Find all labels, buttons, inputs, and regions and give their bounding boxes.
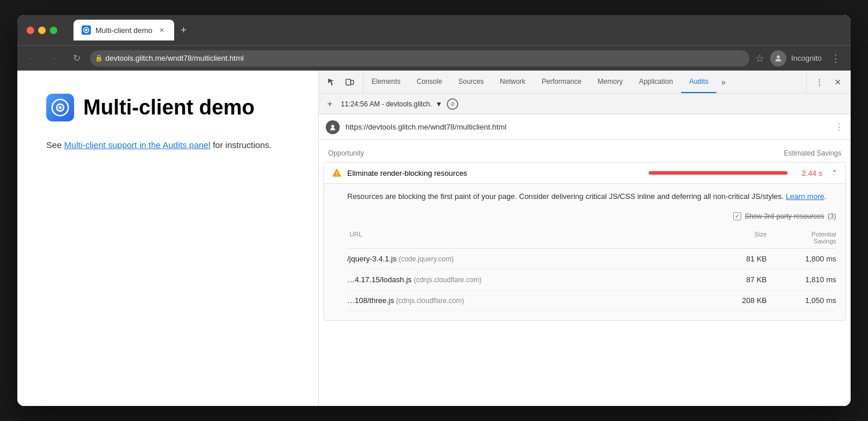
svg-point-8 — [331, 124, 334, 127]
resource-url-main: …4.17.15/lodash.js — [347, 275, 411, 284]
svg-point-5 — [59, 106, 62, 109]
timestamp-dropdown-icon[interactable]: ▼ — [435, 100, 442, 108]
col-url-header: URL — [347, 231, 709, 245]
page-description-before: See — [46, 140, 64, 150]
resource-size-2: 87 KB — [709, 275, 767, 284]
tab-elements[interactable]: Elements — [363, 71, 409, 93]
resource-savings-1: 1,800 ms — [767, 254, 836, 263]
resource-savings-3: 1,050 ms — [767, 296, 836, 305]
resource-url-1: /jquery-3.4.1.js (code.jquery.com) — [347, 254, 709, 263]
audit-description-text: Resources are blocking the first paint o… — [347, 192, 784, 201]
minimize-button[interactable] — [38, 27, 46, 34]
address-bar: ← → ↻ 🔒 ☆ Incognito ⋮ — [17, 45, 851, 71]
audit-savings: 2.44 s — [793, 169, 822, 178]
devtools-panel: Elements Console Sources Network Perform… — [318, 71, 851, 406]
maximize-button[interactable] — [50, 27, 57, 34]
devtools-add-icon[interactable]: + — [323, 98, 336, 110]
audit-item-title: Eliminate render-blocking resources — [347, 169, 643, 178]
svg-rect-6 — [346, 79, 351, 85]
col-savings-header: Potential Savings — [767, 231, 836, 245]
element-picker-icon[interactable] — [323, 74, 340, 90]
audit-collapse-icon[interactable]: ⌃ — [832, 169, 837, 177]
third-party-label: Show 3rd-party resources — [745, 212, 824, 220]
resource-row: …108/three.js (cdnjs.cloudflare.com) 208… — [347, 290, 836, 311]
svg-rect-7 — [351, 80, 354, 84]
resource-row: /jquery-3.4.1.js (code.jquery.com) 81 KB… — [347, 249, 836, 269]
resource-url-domain: (cdnjs.cloudflare.com) — [396, 297, 464, 305]
devtools-clear-button[interactable]: ⊘ — [447, 98, 458, 110]
checkbox-icon: ✓ — [733, 212, 741, 220]
incognito-icon — [770, 50, 786, 67]
audit-item-header[interactable]: ! Eliminate render-blocking resources 2.… — [324, 163, 845, 183]
audits-url-text: https://devtools.glitch.me/wndt78/multic… — [345, 123, 829, 131]
audit-expanded: Resources are blocking the first paint o… — [324, 183, 845, 320]
devtools-actions: ⋮ ✕ — [806, 71, 851, 93]
audit-item: ! Eliminate render-blocking resources 2.… — [323, 162, 846, 321]
timestamp-text: 11:24:56 AM - devtools.glitch. — [341, 100, 432, 108]
opportunity-label: Opportunity — [328, 149, 364, 157]
devtools-timestamp: 11:24:56 AM - devtools.glitch. ▼ — [341, 100, 442, 108]
browser-tab[interactable]: Multi-client demo ✕ — [73, 20, 174, 40]
devtools-tabs: Elements Console Sources Network Perform… — [363, 71, 806, 93]
tab-bar: Multi-client demo ✕ + — [73, 20, 192, 40]
new-tab-button[interactable]: + — [175, 22, 192, 38]
forward-button[interactable]: → — [46, 50, 62, 67]
learn-more-link[interactable]: Learn more — [786, 192, 824, 201]
audit-description: Resources are blocking the first paint o… — [347, 191, 836, 203]
resource-row: …4.17.15/lodash.js (cdnjs.cloudflare.com… — [347, 269, 836, 290]
devtools-address-bar: + 11:24:56 AM - devtools.glitch. ▼ ⊘ — [319, 94, 851, 115]
devtools-icons — [319, 71, 363, 93]
third-party-checkbox[interactable]: ✓ Show 3rd-party resources (3) — [733, 212, 836, 220]
page-logo-icon — [46, 94, 74, 121]
opportunity-header: Opportunity Estimated Savings — [319, 149, 851, 162]
tab-favicon-icon — [82, 25, 91, 35]
title-bar: Multi-client demo ✕ + — [17, 15, 851, 45]
resource-savings-2: 1,810 ms — [767, 275, 836, 284]
page-logo-title: Multi-client demo — [46, 94, 289, 121]
devtools-more-button[interactable]: ⋮ — [811, 74, 827, 90]
estimated-savings-label: Estimated Savings — [784, 149, 841, 157]
browser-menu-button[interactable]: ⋮ — [827, 50, 844, 67]
address-input-wrapper: 🔒 — [90, 50, 749, 67]
tab-network[interactable]: Network — [492, 71, 534, 93]
tab-title: Multi-client demo — [95, 26, 152, 35]
page-content: Multi-client demo See Multi-client suppo… — [17, 71, 318, 406]
page-title: Multi-client demo — [83, 95, 255, 120]
svg-text:!: ! — [336, 171, 338, 176]
reload-button[interactable]: ↻ — [68, 50, 84, 67]
audits-url-icon — [326, 120, 340, 134]
incognito-area: Incognito — [770, 50, 822, 67]
tab-memory[interactable]: Memory — [590, 71, 631, 93]
devtools-toolbar: Elements Console Sources Network Perform… — [319, 71, 851, 94]
audit-bar — [649, 171, 788, 175]
devtools-close-button[interactable]: ✕ — [830, 74, 846, 90]
resource-url-domain: (cdnjs.cloudflare.com) — [414, 276, 481, 284]
svg-point-2 — [777, 55, 780, 58]
resource-url-3: …108/three.js (cdnjs.cloudflare.com) — [347, 296, 709, 305]
device-mode-icon[interactable] — [342, 74, 358, 90]
third-party-count: (3) — [827, 212, 836, 220]
resource-table-header: URL Size Potential Savings — [347, 227, 836, 249]
incognito-label: Incognito — [791, 54, 822, 62]
tab-close-button[interactable]: ✕ — [157, 25, 166, 35]
more-tabs-button[interactable]: » — [716, 77, 730, 87]
back-button[interactable]: ← — [24, 50, 41, 67]
tab-console[interactable]: Console — [409, 71, 450, 93]
tab-performance[interactable]: Performance — [534, 71, 590, 93]
browser-window: Multi-client demo ✕ + ← → ↻ 🔒 ☆ Incognit… — [17, 15, 851, 406]
resource-size-1: 81 KB — [709, 254, 767, 263]
third-party-row: ✓ Show 3rd-party resources (3) — [347, 212, 836, 220]
audits-url-bar: https://devtools.glitch.me/wndt78/multic… — [319, 115, 851, 140]
page-description: See Multi-client support in the Audits p… — [46, 139, 289, 152]
tab-application[interactable]: Application — [631, 71, 681, 93]
tab-audits[interactable]: Audits — [681, 71, 716, 93]
col-size-header: Size — [709, 231, 767, 245]
audits-panel-link[interactable]: Multi-client support in the Audits panel — [64, 140, 211, 150]
main-content: Multi-client demo See Multi-client suppo… — [17, 71, 851, 406]
resource-url-domain: (code.jquery.com) — [399, 255, 454, 263]
bookmark-star-icon[interactable]: ☆ — [755, 52, 764, 65]
close-button[interactable] — [27, 27, 34, 34]
audits-url-more-button[interactable]: ⋮ — [834, 121, 844, 132]
address-input[interactable] — [90, 50, 749, 67]
tab-sources[interactable]: Sources — [450, 71, 492, 93]
